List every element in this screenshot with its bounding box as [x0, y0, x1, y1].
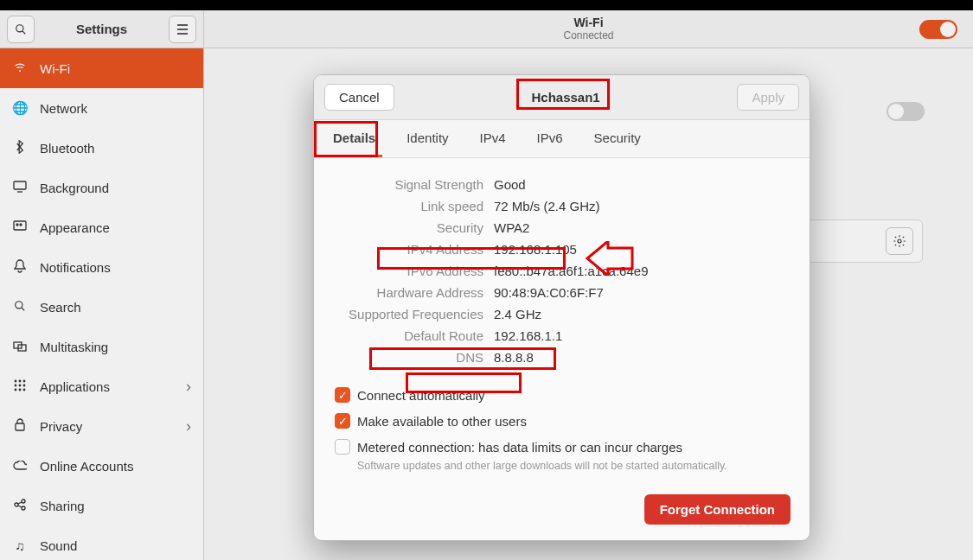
check-share-row[interactable]: ✓ Make available to other users [314, 408, 810, 434]
check-metered-label: Metered connection: has data limits or c… [357, 440, 682, 455]
tab-security[interactable]: Security [587, 120, 648, 157]
row-dns: DNS8.8.8.8 [335, 347, 789, 368]
dialog-tabs: Details Identity IPv4 IPv6 Security [314, 120, 810, 158]
label-ipv6: IPv6 Address [335, 264, 483, 278]
check-share-label: Make available to other users [357, 414, 527, 429]
row-route: Default Route192.168.1.1 [335, 325, 789, 347]
forget-connection-button[interactable]: Forget Connection [644, 494, 791, 525]
check-auto-row[interactable]: ✓ Connect automatically [314, 382, 810, 408]
row-ipv6: IPv6 Addressfe80::b47a:a6f1:a1ca:64e9 [335, 260, 789, 282]
row-freq: Supported Frequencies2.4 GHz [335, 303, 789, 325]
label-freq: Supported Frequencies [335, 307, 483, 321]
label-security: Security [335, 220, 483, 235]
row-security: SecurityWPA2 [335, 217, 789, 239]
value-signal: Good [494, 177, 526, 192]
check-metered-row[interactable]: Metered connection: has data limits or c… [314, 434, 810, 477]
label-route: Default Route [335, 328, 483, 343]
label-signal: Signal Strength [335, 177, 483, 192]
details-grid: Signal StrengthGood Link speed72 Mb/s (2… [314, 158, 810, 375]
row-hw: Hardware Address90:48:9A:C0:6F:F7 [335, 282, 789, 303]
connection-dialog: Cancel Hchassan1 Apply Details Identity … [313, 74, 810, 541]
cancel-button[interactable]: Cancel [324, 84, 394, 111]
checkbox-icon: ✓ [335, 413, 350, 429]
checkbox-icon [335, 439, 350, 455]
tab-identity[interactable]: Identity [400, 120, 455, 157]
value-dns: 8.8.8.8 [494, 350, 534, 365]
tab-ipv6[interactable]: IPv6 [530, 120, 570, 157]
value-ipv6: fe80::b47a:a6f1:a1ca:64e9 [494, 264, 649, 278]
row-ipv4: IPv4 Address192.168.1.105 [335, 239, 789, 260]
label-hw: Hardware Address [335, 285, 483, 300]
row-link: Link speed72 Mb/s (2.4 GHz) [335, 195, 789, 217]
value-link: 72 Mb/s (2.4 GHz) [494, 199, 600, 213]
dialog-footer: Forget Connection [314, 477, 810, 540]
dialog-title: Hchassan1 [394, 90, 738, 105]
value-ipv4: 192.168.1.105 [494, 242, 577, 257]
label-ipv4: IPv4 Address [335, 242, 483, 257]
tab-ipv4[interactable]: IPv4 [473, 120, 513, 157]
check-metered-sub: Software updates and other large downloa… [335, 460, 789, 472]
value-security: WPA2 [494, 220, 529, 235]
value-hw: 90:48:9A:C0:6F:F7 [494, 285, 604, 300]
check-auto-label: Connect automatically [357, 388, 485, 403]
label-link: Link speed [335, 199, 483, 213]
tab-details[interactable]: Details [326, 120, 382, 157]
apply-button[interactable]: Apply [737, 84, 799, 111]
checkbox-icon: ✓ [335, 387, 350, 403]
value-freq: 2.4 GHz [494, 307, 541, 321]
value-route: 192.168.1.1 [494, 328, 562, 343]
label-dns: DNS [335, 350, 483, 365]
dialog-header: Cancel Hchassan1 Apply [314, 75, 810, 120]
row-signal: Signal StrengthGood [335, 174, 789, 195]
